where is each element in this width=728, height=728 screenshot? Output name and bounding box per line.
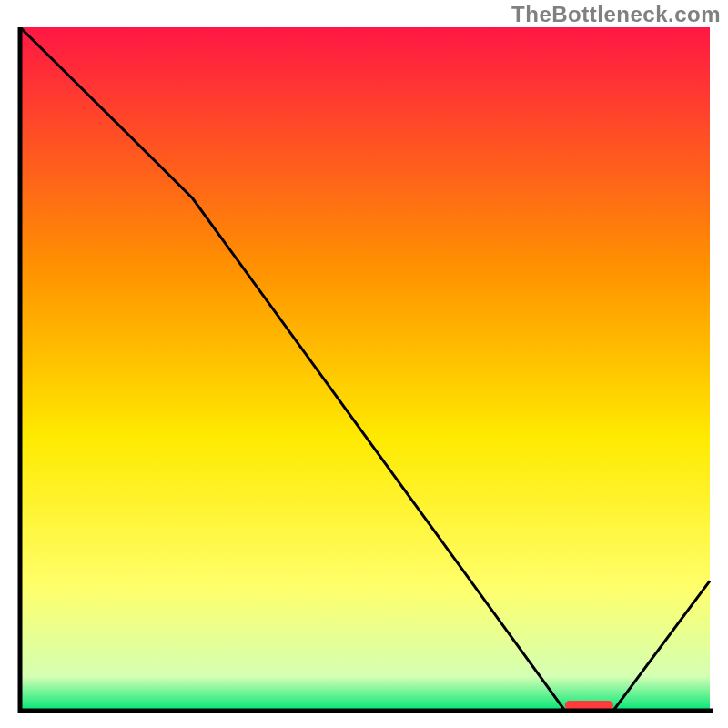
chart-svg — [15, 27, 715, 716]
chart-wrap: TheBottleneck.com — [0, 0, 728, 728]
watermark-text: TheBottleneck.com — [511, 2, 721, 27]
plot-area — [15, 27, 715, 716]
